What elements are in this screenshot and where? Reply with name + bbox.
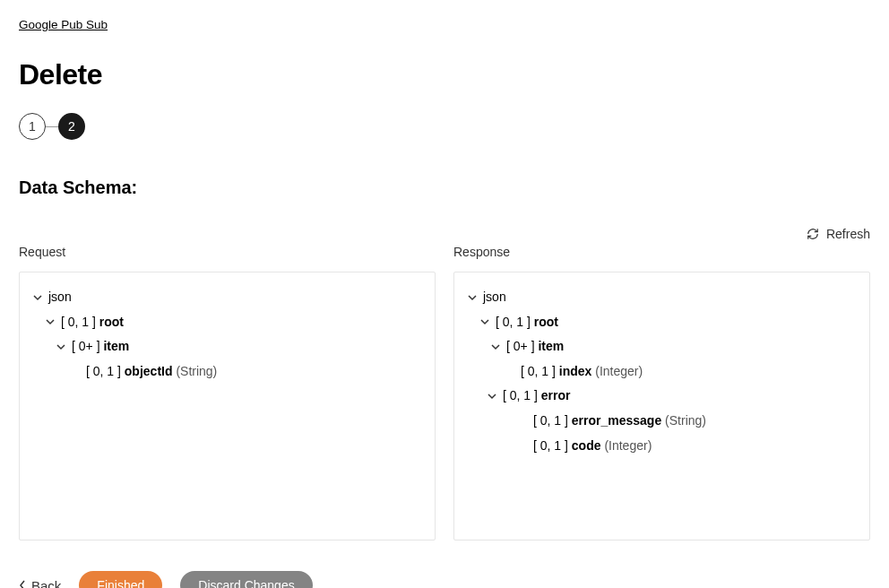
request-column: Request json [ 0, 1 ] root <box>19 245 436 540</box>
tree-node-index[interactable]: [ 0, 1 ] index (Integer) <box>465 359 859 385</box>
section-header: Data Schema: <box>19 177 870 198</box>
refresh-icon <box>807 228 819 240</box>
chevron-down-icon[interactable] <box>54 340 68 354</box>
tree-node-label: json <box>483 289 506 307</box>
refresh-button[interactable]: Refresh <box>19 227 870 241</box>
tree-node-label: [ 0, 1 ] objectId (String) <box>86 363 217 381</box>
tree-node-error[interactable]: [ 0, 1 ] error <box>465 384 859 409</box>
step-connector <box>46 126 58 127</box>
response-tree: json [ 0, 1 ] root [ 0+ ] item <box>453 272 870 540</box>
request-label: Request <box>19 245 436 259</box>
step-1[interactable]: 1 <box>19 113 46 140</box>
finished-button[interactable]: Finished <box>79 571 162 588</box>
response-column: Response json [ 0, 1 ] root <box>453 245 870 540</box>
tree-node-item[interactable]: [ 0+ ] item <box>465 334 859 359</box>
tree-node-code[interactable]: [ 0, 1 ] code (Integer) <box>465 434 859 459</box>
chevron-down-icon[interactable] <box>43 315 57 329</box>
tree-node-json[interactable]: json <box>30 285 424 310</box>
tree-node-error-message[interactable]: [ 0, 1 ] error_message (String) <box>465 409 859 434</box>
tree-node-root[interactable]: [ 0, 1 ] root <box>465 310 859 335</box>
refresh-label: Refresh <box>826 227 870 241</box>
tree-node-root[interactable]: [ 0, 1 ] root <box>30 310 424 335</box>
response-label: Response <box>453 245 870 259</box>
chevron-down-icon[interactable] <box>485 389 499 403</box>
stepper: 1 2 <box>19 113 870 140</box>
tree-node-label: json <box>48 289 72 307</box>
tree-node-label: [ 0+ ] item <box>72 338 129 356</box>
tree-node-label: [ 0, 1 ] root <box>496 314 558 332</box>
tree-node-item[interactable]: [ 0+ ] item <box>30 334 424 359</box>
breadcrumb[interactable]: Google Pub Sub <box>19 18 108 31</box>
discard-button[interactable]: Discard Changes <box>180 571 312 588</box>
chevron-down-icon[interactable] <box>488 340 503 354</box>
back-button[interactable]: Back <box>19 578 61 589</box>
tree-node-objectid[interactable]: [ 0, 1 ] objectId (String) <box>30 359 424 385</box>
chevron-down-icon[interactable] <box>478 315 492 329</box>
tree-node-label: [ 0, 1 ] code (Integer) <box>533 437 652 455</box>
chevron-down-icon[interactable] <box>30 290 45 305</box>
chevron-left-icon <box>19 580 26 588</box>
chevron-down-icon[interactable] <box>465 290 479 305</box>
request-tree: json [ 0, 1 ] root [ 0+ ] item <box>19 272 436 540</box>
tree-node-label: [ 0, 1 ] error_message (String) <box>533 412 706 430</box>
page-title: Delete <box>19 58 870 91</box>
tree-node-label: [ 0+ ] item <box>506 338 564 356</box>
step-2[interactable]: 2 <box>58 113 85 140</box>
footer: Back Finished Discard Changes <box>19 571 870 588</box>
back-label: Back <box>31 578 61 589</box>
tree-node-label: [ 0, 1 ] error <box>503 387 571 405</box>
tree-node-label: [ 0, 1 ] index (Integer) <box>521 363 643 381</box>
tree-node-label: [ 0, 1 ] root <box>61 314 124 332</box>
tree-node-json[interactable]: json <box>465 285 859 310</box>
